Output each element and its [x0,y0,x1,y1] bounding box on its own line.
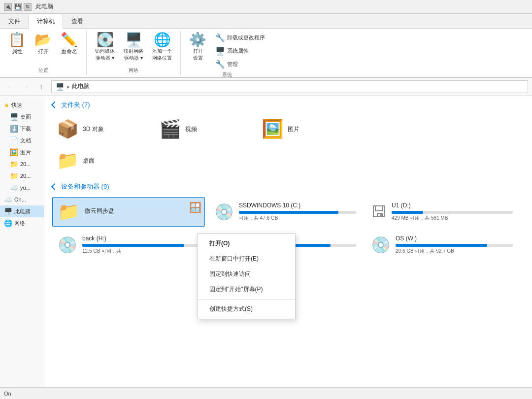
weiyun-name: 微云同步盘 [85,207,200,215]
folder-3d-label: 3D 对象 [83,125,104,133]
devices-section-title: 设备和驱动器 (9) [61,182,109,191]
media-drive-button[interactable]: 💽 访问媒体 驱动器 ▾ [92,32,118,63]
drive-w-bar [396,244,487,247]
folder-item-3d[interactable]: 📦 3D 对象 [52,115,151,143]
context-pin-quick[interactable]: 固定到快速访问 [198,266,295,282]
media-drive-icon: 💽 [97,33,114,47]
manage-button[interactable]: 🔧 管理 [212,58,268,70]
drive-h-info: back (H:) 12.5 GB 可用，共 [82,235,200,255]
address-path-separator: ▸ [67,83,70,90]
system-props-icon: 🖥️ [215,46,225,56]
drive-w-icon: 💿 [371,235,391,254]
save-icon[interactable]: 💾 [14,3,22,11]
drive-w-name: OS (W:) [396,235,513,242]
yu-icon: ☁️ [10,184,18,192]
sidebar-item-onedrive[interactable]: ☁️ On... [0,194,44,205]
folder-grid: 📦 3D 对象 🎬 视频 🖼️ 图片 📁 桌面 [52,115,524,174]
sidebar-item-yu[interactable]: ☁️ yu... [0,182,44,194]
ribbon-group-location-content: 📋 属性 📂 打开 ✏️ 重命名 [5,32,81,66]
sidebar-item-network[interactable]: 🌐 网络 [0,217,44,229]
ribbon-group-network-label: 网络 [129,67,138,74]
open-icon: 📂 [34,33,52,47]
address-bar: ← → ↑ 🖥️ ▸ 此电脑 [0,78,532,96]
pictures-icon: 🖼️ [10,148,18,156]
add-network-button[interactable]: 🌐 添加一个 网络位置 [149,32,175,63]
undo-icon[interactable]: ↻ [24,3,32,11]
quick-access-icon[interactable]: 🔌 [4,3,12,11]
context-create-shortcut[interactable]: 创建快捷方式(S) [198,301,295,317]
folder-2023-icon: 📁 [10,172,18,180]
back-button[interactable]: ← [4,81,16,93]
ribbon-group-system: ⚙️ 打开 设置 🔧 卸载或更改程序 🖥️ 系统属性 🔧 管理 系统 [181,31,273,75]
device-item-c[interactable]: 💿 SSDWINDOWS 10 (C:) 可用，共 47.6 GB [209,197,362,227]
sidebar-item-downloads[interactable]: ⬇️ 下载 [0,123,44,134]
device-item-d[interactable]: 🖫 U1 (D:) 429 MB 可用，共 581 MB [366,197,518,227]
device-item-h[interactable]: 💿 back (H:) 12.5 GB 可用，共 [52,231,205,259]
main-area: ★ 快速 🖥️ 桌面 ⬇️ 下载 📄 文档 🖼️ 图片 📁 20... 📁 20… [0,96,532,387]
ribbon-group-network-content: 💽 访问媒体 驱动器 ▾ 🖥️ 映射网络 驱动器 ▾ 🌐 添加一个 网络位置 [92,32,175,66]
add-network-icon: 🌐 [154,33,171,47]
device-item-w[interactable]: 💿 OS (W:) 20.6 GB 可用，共 92.7 GB [366,231,518,259]
drive-h-space: 12.5 GB 可用，共 [82,248,200,255]
tab-file[interactable]: 文件 [0,14,29,28]
forward-button[interactable]: → [20,81,32,93]
drive-h-bar [82,244,184,247]
folder-item-desktop[interactable]: 📁 桌面 [52,147,151,174]
title-text: 此电脑 [35,2,53,11]
ribbon-col-system: 🔧 卸载或更改程序 🖥️ 系统属性 🔧 管理 [212,32,268,70]
rename-button[interactable]: ✏️ 重命名 [57,32,81,57]
uninstall-button[interactable]: 🔧 卸载或更改程序 [212,32,268,44]
drive-h-icon: 💿 [58,235,77,254]
folder-picture-label: 图片 [288,125,299,133]
folder-item-video[interactable]: 🎬 视频 [155,115,253,143]
properties-icon: 📋 [8,33,26,47]
sidebar-item-desktop[interactable]: 🖥️ 桌面 [0,111,44,123]
ribbon-group-location: 📋 属性 📂 打开 ✏️ 重命名 位置 [0,31,87,75]
tab-computer[interactable]: 计算机 [29,14,63,29]
address-path-icon: 🖥️ [56,83,64,91]
context-open[interactable]: 打开(O) [198,236,295,251]
sidebar-item-pictures[interactable]: 🖼️ 图片 [0,146,44,158]
system-props-button[interactable]: 🖥️ 系统属性 [212,45,268,57]
drive-c-icon: 💿 [214,202,234,221]
title-bar: 🔌 💾 ↻ 此电脑 [0,0,532,14]
open-button[interactable]: 📂 打开 [31,32,55,57]
up-button[interactable]: ↑ [35,81,47,93]
sidebar-item-quickaccess[interactable]: ★ 快速 [0,100,44,111]
devices-section-header[interactable]: 设备和驱动器 (9) [52,182,524,191]
drive-c-name: SSDWINDOWS 10 (C:) [239,202,356,209]
content-area: 文件夹 (7) 📦 3D 对象 🎬 视频 🖼️ 图片 📁 桌面 [44,96,532,387]
sidebar-item-2023[interactable]: 📁 20... [0,170,44,182]
status-text: On [4,391,11,397]
folder-2024-icon: 📁 [10,160,18,168]
sidebar-item-thispc[interactable]: 🖥️ 此电脑 [0,205,44,217]
sidebar-item-documents[interactable]: 📄 文档 [0,134,44,146]
folder-3d-icon: 📦 [57,119,79,139]
windows-icon: 🪟 [189,201,201,213]
address-path-text: 此电脑 [72,82,90,91]
context-pin-start[interactable]: 固定到"开始"屏幕(P) [198,282,295,297]
device-item-weiyun[interactable]: 📁 微云同步盘 🪟 [52,197,205,227]
ribbon-group-system-label: 系统 [222,71,232,78]
tab-view[interactable]: 查看 [63,14,92,28]
thispc-icon: 🖥️ [4,207,12,215]
map-network-button[interactable]: 🖥️ 映射网络 驱动器 ▾ [120,32,147,63]
sidebar: ★ 快速 🖥️ 桌面 ⬇️ 下载 📄 文档 🖼️ 图片 📁 20... 📁 20… [0,96,44,387]
context-open-new-window[interactable]: 在新窗口中打开(E) [198,251,295,266]
ribbon-group-system-content: ⚙️ 打开 设置 🔧 卸载或更改程序 🖥️ 系统属性 🔧 管理 [186,32,268,70]
folder-desktop-label: 桌面 [83,157,95,165]
folder-desktop-icon: 📁 [57,150,79,171]
context-menu: 打开(O) 在新窗口中打开(E) 固定到快速访问 固定到"开始"屏幕(P) 创建… [197,233,296,319]
address-path[interactable]: 🖥️ ▸ 此电脑 [51,80,528,93]
settings-button[interactable]: ⚙️ 打开 设置 [186,32,210,63]
downloads-icon: ⬇️ [10,125,18,133]
properties-button[interactable]: 📋 属性 [5,32,29,57]
folders-section-header[interactable]: 文件夹 (7) [52,100,524,109]
desktop-icon: 🖥️ [10,113,18,121]
network-icon: 🌐 [4,219,12,227]
drive-h-name: back (H:) [82,235,200,242]
folder-item-picture[interactable]: 🖼️ 图片 [257,115,356,143]
sidebar-item-2024[interactable]: 📁 20... [0,158,44,170]
ribbon-tabs: 文件 计算机 查看 [0,14,532,29]
rename-icon: ✏️ [61,33,78,47]
